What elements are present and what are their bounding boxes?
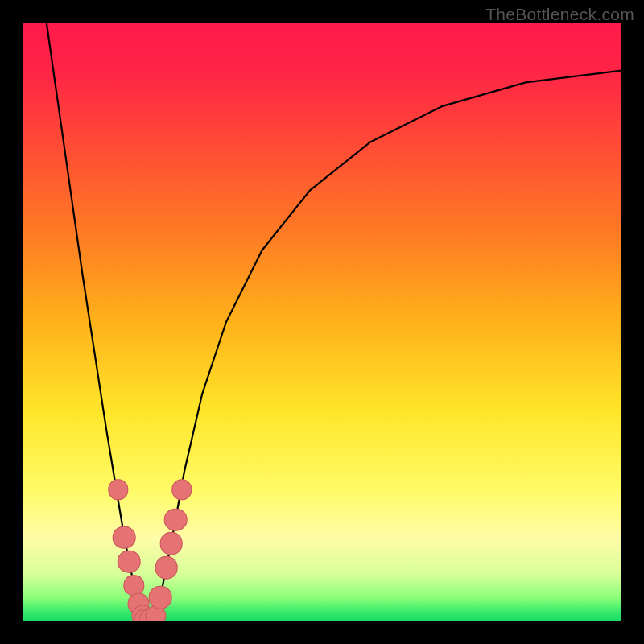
data-point xyxy=(149,586,172,609)
bottleneck-curve xyxy=(23,23,621,621)
data-point xyxy=(113,526,136,550)
watermark-text: TheBottleneck.com xyxy=(485,5,634,24)
data-point xyxy=(118,550,141,573)
data-point xyxy=(164,508,188,531)
data-point xyxy=(155,556,178,580)
data-point xyxy=(159,532,183,555)
chart-frame: TheBottleneck.com xyxy=(0,0,644,644)
plot-area xyxy=(23,23,621,621)
